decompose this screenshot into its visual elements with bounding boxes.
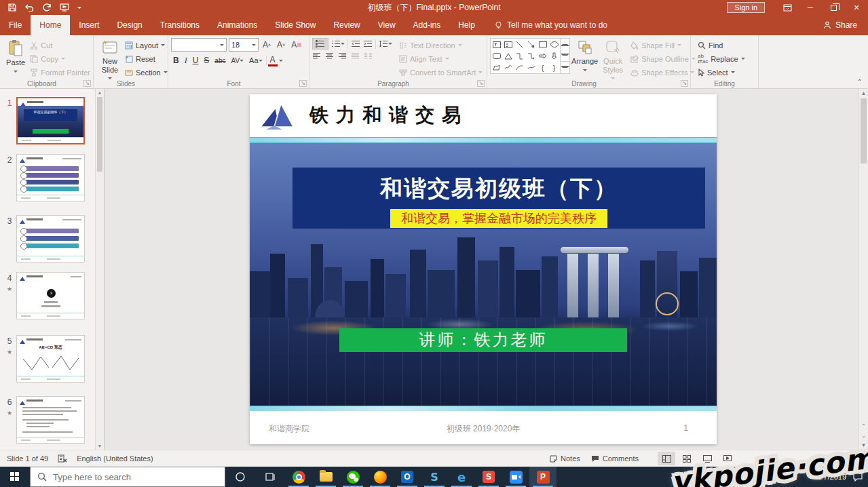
layout-button[interactable]: Layout xyxy=(125,39,168,51)
share-button[interactable]: Share xyxy=(823,15,868,35)
align-left-icon[interactable] xyxy=(312,52,321,60)
cortana-button[interactable] xyxy=(225,467,255,487)
clear-formatting-icon[interactable]: A xyxy=(289,39,303,51)
replace-button[interactable]: ab⇄ac Replace xyxy=(698,53,745,64)
shape-arrow-icon[interactable] xyxy=(525,39,537,50)
format-painter-button[interactable]: Format Painter xyxy=(30,66,90,78)
taskbar-chrome[interactable] xyxy=(285,467,312,487)
taskbar-edge[interactable]: e xyxy=(448,467,475,487)
slide-counter[interactable]: Slide 1 of 49 xyxy=(7,454,48,463)
shape-elbow-connector-icon[interactable] xyxy=(514,50,525,62)
slide-canvas[interactable]: 铁力和谐交易 和谐交易初级班（下） 和谐交易，掌握金融市场的完美秩序 讲师：铁力… xyxy=(250,94,717,444)
shrink-font-icon[interactable]: A˅ xyxy=(275,39,287,51)
section-button[interactable]: Section xyxy=(125,66,168,78)
task-view-button[interactable] xyxy=(255,467,285,487)
slide-title-box[interactable]: 和谐交易初级班（下） 和谐交易，掌握金融市场的完美秩序 xyxy=(293,168,705,229)
shapes-scroll-up-icon[interactable] xyxy=(561,39,569,50)
sign-in-button[interactable]: Sign in xyxy=(727,2,765,13)
presenter-banner[interactable]: 讲师：铁力老师 xyxy=(339,328,627,352)
grow-font-icon[interactable]: A˄ xyxy=(261,39,273,51)
next-slide-icon[interactable]: ⌄ xyxy=(859,433,868,439)
previous-slide-icon[interactable]: ⌃ xyxy=(859,423,868,429)
ribbon-display-options-icon[interactable] xyxy=(776,0,799,15)
thumbnail-item-1[interactable]: 1 和谐交易初级班（下） xyxy=(3,97,85,144)
convert-to-smartart-button[interactable]: Convert to SmartArt xyxy=(399,66,483,78)
tab-review[interactable]: Review xyxy=(324,15,369,35)
align-right-icon[interactable] xyxy=(338,52,347,60)
shape-left-brace-icon[interactable]: { xyxy=(537,62,548,73)
shape-textbox-icon[interactable] xyxy=(491,39,502,50)
slide-scrollbar[interactable]: ▲ ⌃ ⌄ ▼ xyxy=(858,89,868,450)
bold-button[interactable]: B xyxy=(171,54,181,66)
paste-button[interactable]: Paste xyxy=(3,38,29,75)
tab-help[interactable]: Help xyxy=(449,15,484,35)
tab-file[interactable]: File xyxy=(0,15,31,35)
shape-down-arrow-icon[interactable] xyxy=(548,50,560,62)
spellcheck-icon[interactable] xyxy=(58,454,67,463)
thumbnail-item-6[interactable]: 6★ xyxy=(3,396,85,444)
font-color-caret[interactable] xyxy=(279,60,283,64)
scroll-up-icon[interactable]: ▲ xyxy=(859,90,868,96)
font-name-combo[interactable] xyxy=(171,38,227,52)
shape-line-icon[interactable] xyxy=(514,39,525,50)
tab-addins[interactable]: Add-ins xyxy=(404,15,450,35)
increase-indent-icon[interactable] xyxy=(363,40,373,47)
character-spacing-button[interactable]: AV xyxy=(229,54,246,66)
font-dialog-launcher-icon[interactable]: ↘ xyxy=(299,80,307,87)
tab-slideshow[interactable]: Slide Show xyxy=(266,15,324,35)
comments-button[interactable]: Comments xyxy=(587,452,643,465)
bullets-button[interactable] xyxy=(312,38,328,50)
collapse-ribbon-icon[interactable]: ⌃ xyxy=(857,78,863,85)
taskbar-powerpoint[interactable]: P xyxy=(529,467,556,487)
numbering-button[interactable] xyxy=(331,40,345,47)
new-slide-button[interactable]: New Slide xyxy=(96,38,124,81)
shape-effects-button[interactable]: Shape Effects xyxy=(630,66,696,78)
thumbnail-slide-4[interactable]: 3 xyxy=(16,272,85,319)
normal-view-button[interactable] xyxy=(658,452,675,465)
taskbar-search[interactable] xyxy=(30,467,225,487)
tab-transitions[interactable]: Transitions xyxy=(151,15,208,35)
underline-button[interactable]: U xyxy=(191,54,201,66)
font-color-button[interactable]: A xyxy=(268,54,278,66)
change-case-button[interactable]: Aa xyxy=(247,54,264,66)
thumbnail-slide-6[interactable] xyxy=(16,396,85,444)
shape-freeform-icon[interactable] xyxy=(491,62,502,73)
shape-oval-icon[interactable] xyxy=(548,39,560,50)
shape-elbow-arrow-icon[interactable] xyxy=(525,50,537,62)
minimize-button[interactable]: ─ xyxy=(799,0,822,15)
taskbar-red-s-app[interactable]: S xyxy=(475,467,502,487)
shape-triangle-icon[interactable] xyxy=(502,50,514,62)
reset-button[interactable]: Reset xyxy=(125,53,168,64)
save-icon[interactable] xyxy=(8,3,16,12)
scroll-up-icon[interactable]: ▲ xyxy=(96,90,104,95)
scrollbar-thumb[interactable] xyxy=(97,97,102,172)
select-button[interactable]: Select xyxy=(698,66,745,78)
decrease-indent-icon[interactable] xyxy=(351,40,360,47)
notes-button[interactable]: Notes xyxy=(546,452,584,465)
justify-icon[interactable] xyxy=(351,52,360,60)
line-spacing-button[interactable] xyxy=(379,40,392,47)
strikethrough-button[interactable]: S xyxy=(202,54,211,66)
shape-scribble-icon[interactable] xyxy=(502,62,514,73)
shadow-button[interactable]: abc xyxy=(212,54,227,66)
thumbnail-slide-5[interactable]: AB=CD 形态 xyxy=(16,335,85,383)
arrange-button[interactable]: Arrange xyxy=(571,38,598,73)
customize-qat-icon[interactable] xyxy=(77,5,81,11)
shape-rectangle-icon[interactable] xyxy=(537,39,548,50)
start-from-beginning-icon[interactable] xyxy=(60,3,69,12)
clipboard-dialog-launcher-icon[interactable]: ↘ xyxy=(83,80,91,87)
columns-icon[interactable] xyxy=(364,52,373,60)
start-button[interactable] xyxy=(0,467,30,487)
align-text-button[interactable]: Align Text xyxy=(399,53,483,64)
taskbar-skype[interactable]: S xyxy=(421,467,448,487)
shape-vertical-textbox-icon[interactable] xyxy=(502,39,514,50)
align-center-icon[interactable] xyxy=(325,52,334,60)
find-button[interactable]: Find xyxy=(698,39,745,51)
taskbar-file-explorer[interactable] xyxy=(312,467,339,487)
thumbnail-slide-1[interactable]: 和谐交易初级班（下） xyxy=(16,97,85,144)
taskbar-outlook[interactable]: O xyxy=(394,467,421,487)
shapes-more-icon[interactable] xyxy=(561,61,569,73)
scroll-down-icon[interactable]: ▼ xyxy=(96,444,104,448)
shape-outline-button[interactable]: Shape Outline xyxy=(630,53,696,64)
tell-me-box[interactable]: Tell me what you want to do xyxy=(495,15,607,35)
